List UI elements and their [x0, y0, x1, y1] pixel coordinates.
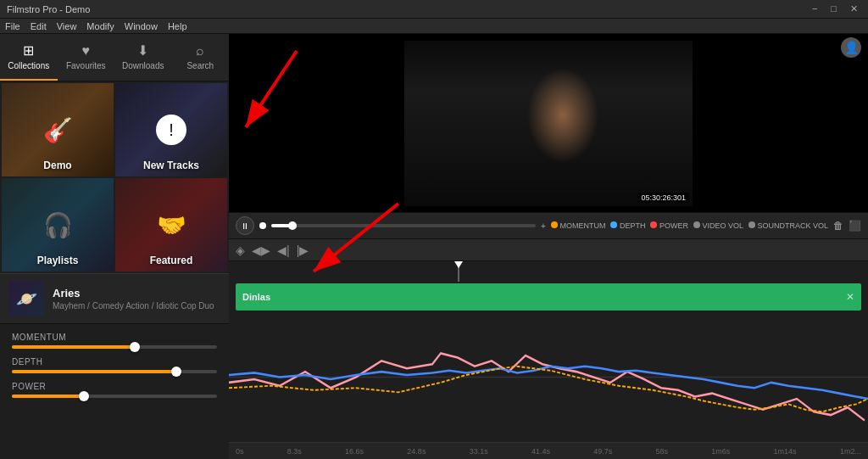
- tool-select[interactable]: ◈: [236, 243, 245, 257]
- sidebar: ⊞ Collections ♥ Favourites ⬇ Downloads ⌕…: [0, 34, 229, 459]
- ruler-33s: 33.1s: [470, 447, 488, 456]
- momentum-line: [229, 353, 865, 420]
- main-layout: ⊞ Collections ♥ Favourites ⬇ Downloads ⌕…: [0, 34, 868, 459]
- transport-bar: ⏸ + MOMENTUM DEPTH POWER: [229, 212, 868, 239]
- momentum-label: MOMENTUM: [12, 333, 217, 342]
- depth-thumb[interactable]: [171, 367, 181, 377]
- power-thumb[interactable]: [79, 391, 89, 401]
- close-button[interactable]: ✕: [847, 3, 861, 14]
- timeline-area: Dinlas ✕ 0s: [229, 261, 868, 459]
- momentum-dot: [551, 221, 558, 228]
- menu-window[interactable]: Window: [125, 21, 158, 31]
- window-controls: − □ ✕: [809, 3, 861, 14]
- video-timecode: 05:30:26:301: [637, 193, 689, 203]
- video-area: 05:30:26:301 👤: [229, 34, 868, 212]
- music-track[interactable]: Dinlas ✕: [236, 283, 861, 311]
- power-line: [229, 367, 868, 412]
- collection-demo-label: Demo: [2, 160, 114, 171]
- power-dot: [650, 221, 657, 228]
- collection-playlists[interactable]: 🎧 Playlists: [2, 178, 114, 271]
- collection-grid: 🎸 Demo ! New Tracks 🎧 Playlists: [0, 81, 229, 273]
- menu-bar: File Edit View Modify Window Help: [0, 19, 868, 34]
- tab-favourites[interactable]: ♥ Favourites: [58, 34, 115, 81]
- maximize-button[interactable]: □: [827, 3, 840, 14]
- app-title: Filmstro Pro - Demo: [7, 4, 90, 14]
- search-icon: ⌕: [196, 43, 204, 59]
- now-playing-thumbnail: 🪐: [8, 281, 44, 316]
- track-close-button[interactable]: ✕: [846, 291, 854, 303]
- content-area: 05:30:26:301 👤 ⏸ + MOMENTUM: [229, 34, 868, 459]
- depth-track[interactable]: [12, 370, 217, 373]
- power-track[interactable]: [12, 395, 217, 398]
- tab-downloads-label: Downloads: [122, 61, 164, 70]
- ruler-41s: 41.4s: [531, 447, 550, 456]
- playhead-indicator: [458, 261, 459, 282]
- progress-thumb[interactable]: [288, 221, 297, 230]
- momentum-param-label: MOMENTUM: [551, 221, 606, 230]
- position-dot: [259, 222, 266, 229]
- now-playing: 🪐 Aries Mayhem / Comedy Action / Idiotic…: [0, 273, 229, 324]
- tool-trim-left[interactable]: ◀|: [277, 243, 290, 257]
- collection-new-tracks[interactable]: ! New Tracks: [115, 83, 227, 176]
- tab-collections[interactable]: ⊞ Collections: [0, 34, 58, 81]
- menu-help[interactable]: Help: [168, 21, 187, 31]
- tool-trim-right[interactable]: |▶: [297, 243, 309, 257]
- waveform-graph: [229, 312, 868, 442]
- soundtrack-vol-param-label: SOUNDTRACK VOL: [748, 221, 828, 230]
- progress-end: +: [541, 221, 546, 231]
- ruler-0s: 0s: [236, 447, 244, 456]
- track-name: Dinlas: [242, 292, 270, 302]
- momentum-fill: [12, 345, 135, 349]
- graph-area: [229, 312, 868, 442]
- collection-playlists-label: Playlists: [2, 255, 114, 266]
- collections-icon: ⊞: [23, 42, 34, 59]
- ruler-1m6s: 1m6s: [711, 447, 730, 456]
- tool-move[interactable]: ◀▶: [252, 243, 270, 257]
- playhead-triangle: [454, 261, 463, 268]
- menu-file[interactable]: File: [5, 21, 20, 31]
- ruler-1m14s: 1m14s: [774, 447, 797, 456]
- tab-search-label: Search: [186, 61, 214, 70]
- track-header-row: [229, 261, 868, 282]
- param-labels: MOMENTUM DEPTH POWER VIDEO VOL SOUNDTRAC…: [551, 220, 861, 232]
- menu-view[interactable]: View: [57, 21, 77, 31]
- momentum-thumb[interactable]: [130, 342, 140, 352]
- ruler-58s: 58s: [656, 447, 669, 456]
- depth-slider-row: DEPTH: [12, 357, 217, 373]
- ruler-16s: 16.6s: [345, 447, 364, 456]
- ruler-marks: 0s 8.3s 16.6s 24.8s 33.1s 41.4s 49.7s 58…: [236, 447, 861, 456]
- collection-demo[interactable]: 🎸 Demo: [2, 83, 114, 176]
- delete-icon[interactable]: 🗑: [833, 220, 843, 232]
- minimize-button[interactable]: −: [809, 3, 821, 14]
- power-slider-row: POWER: [12, 382, 217, 398]
- power-fill: [12, 395, 84, 398]
- progress-bar[interactable]: [271, 224, 536, 227]
- menu-edit[interactable]: Edit: [31, 21, 47, 31]
- timeline-ruler: 0s 8.3s 16.6s 24.8s 33.1s 41.4s 49.7s 58…: [229, 442, 868, 459]
- sidebar-tabs: ⊞ Collections ♥ Favourites ⬇ Downloads ⌕…: [0, 34, 229, 81]
- ruler-1m2: 1m2...: [840, 447, 861, 456]
- account-icon[interactable]: 👤: [841, 37, 861, 58]
- tab-favourites-label: Favourites: [66, 61, 106, 70]
- depth-line: [229, 367, 868, 399]
- menu-modify[interactable]: Modify: [86, 21, 114, 31]
- collection-new-tracks-label: New Tracks: [115, 160, 227, 171]
- collection-featured-label: Featured: [115, 255, 227, 266]
- play-pause-button[interactable]: ⏸: [236, 216, 254, 235]
- power-label: POWER: [12, 382, 217, 391]
- depth-label: DEPTH: [12, 357, 217, 367]
- tab-collections-label: Collections: [8, 61, 49, 70]
- depth-fill: [12, 370, 176, 373]
- tab-downloads[interactable]: ⬇ Downloads: [114, 34, 172, 81]
- export-icon[interactable]: ⬛: [849, 220, 861, 232]
- ruler-24s: 24.8s: [407, 447, 426, 456]
- depth-dot: [610, 221, 617, 228]
- track-subtitle: Mayhem / Comedy Action / Idiotic Cop Duo: [53, 301, 220, 311]
- video-preview: 05:30:26:301: [404, 41, 693, 206]
- now-playing-info: Aries Mayhem / Comedy Action / Idiotic C…: [53, 287, 220, 311]
- timeline-tools: ◈ ◀▶ ◀| |▶: [229, 239, 868, 261]
- collection-featured[interactable]: 🤝 Featured: [115, 178, 227, 271]
- momentum-track[interactable]: [12, 345, 217, 349]
- title-bar: Filmstro Pro - Demo − □ ✕: [0, 0, 868, 19]
- tab-search[interactable]: ⌕ Search: [172, 34, 230, 81]
